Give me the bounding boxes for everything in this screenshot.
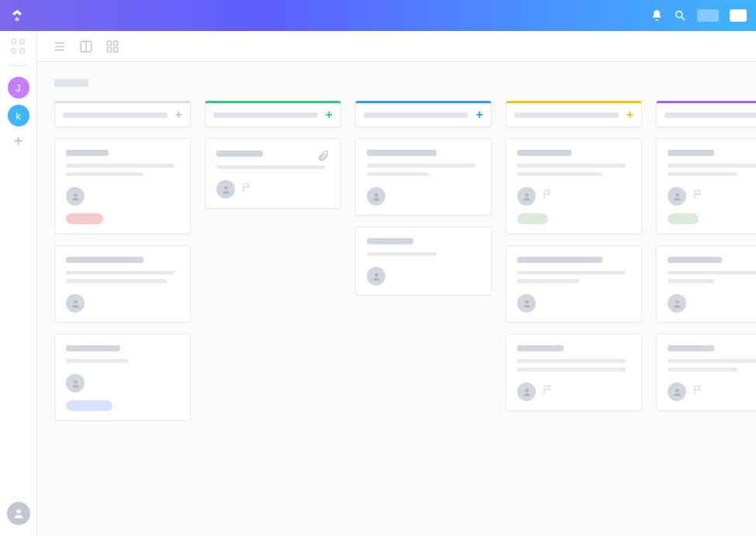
assignee-avatar[interactable] bbox=[216, 180, 235, 199]
column-header[interactable]: + bbox=[506, 101, 642, 127]
svg-rect-10 bbox=[107, 47, 111, 51]
column-header[interactable]: + bbox=[54, 101, 191, 127]
grid-view-icon[interactable] bbox=[105, 40, 119, 54]
assignee-avatar[interactable] bbox=[517, 294, 536, 313]
assignee-avatar[interactable] bbox=[66, 374, 85, 392]
priority-flag-icon[interactable] bbox=[241, 182, 252, 196]
board-column: + bbox=[205, 101, 341, 421]
add-card-icon[interactable]: + bbox=[476, 108, 483, 122]
svg-line-1 bbox=[682, 17, 685, 20]
card[interactable] bbox=[355, 138, 492, 216]
assignee-avatar[interactable] bbox=[517, 382, 536, 401]
card-title bbox=[517, 257, 602, 263]
card[interactable] bbox=[656, 334, 756, 411]
card-text-line bbox=[367, 252, 437, 256]
assignee-avatar[interactable] bbox=[668, 187, 686, 206]
svg-point-20 bbox=[525, 389, 528, 392]
card-tag[interactable] bbox=[66, 400, 112, 411]
add-card-icon[interactable]: + bbox=[627, 108, 633, 122]
attachment-icon bbox=[317, 150, 330, 165]
card-text-line bbox=[668, 368, 737, 372]
card-title bbox=[668, 345, 714, 351]
search-icon[interactable] bbox=[674, 9, 686, 22]
user-profile-button[interactable] bbox=[7, 502, 30, 525]
assignee-avatar[interactable] bbox=[66, 187, 85, 206]
notifications-icon[interactable] bbox=[651, 9, 663, 22]
card-text-line bbox=[66, 172, 143, 176]
board-column: + bbox=[54, 101, 191, 421]
card[interactable] bbox=[656, 138, 756, 234]
assignee-avatar[interactable] bbox=[517, 187, 536, 206]
card-tag[interactable] bbox=[517, 213, 548, 224]
card-text-line bbox=[668, 172, 737, 176]
breadcrumb bbox=[54, 79, 88, 87]
assignee-avatar[interactable] bbox=[668, 294, 686, 313]
divider bbox=[9, 65, 28, 66]
card[interactable] bbox=[506, 334, 642, 411]
card-text-line bbox=[517, 172, 602, 176]
topbar-action-button[interactable] bbox=[730, 9, 747, 22]
svg-point-23 bbox=[675, 389, 678, 392]
card[interactable] bbox=[54, 138, 191, 234]
svg-rect-9 bbox=[114, 41, 118, 45]
card-title bbox=[66, 150, 109, 156]
card[interactable] bbox=[54, 334, 191, 421]
card-text-line bbox=[66, 271, 174, 275]
card-meta bbox=[367, 187, 480, 206]
card-title bbox=[216, 150, 263, 157]
priority-flag-icon[interactable] bbox=[692, 189, 703, 203]
card[interactable] bbox=[355, 227, 492, 296]
card-meta bbox=[517, 294, 630, 313]
topbar bbox=[0, 0, 756, 31]
svg-point-16 bbox=[375, 193, 378, 196]
list-view-icon[interactable] bbox=[53, 40, 67, 54]
avatar-initial: k bbox=[16, 110, 21, 122]
card[interactable] bbox=[656, 245, 756, 323]
card-text-line bbox=[517, 271, 626, 275]
card-text-line bbox=[367, 172, 429, 176]
card[interactable] bbox=[506, 245, 642, 323]
card-meta bbox=[66, 374, 179, 392]
column-header[interactable]: + bbox=[656, 101, 756, 127]
card-text-line bbox=[66, 279, 167, 283]
add-card-icon[interactable]: + bbox=[326, 108, 333, 122]
view-toolbar bbox=[37, 31, 756, 62]
workspace-avatar-2[interactable]: k bbox=[8, 105, 29, 126]
card-tag[interactable] bbox=[668, 213, 699, 224]
card[interactable] bbox=[205, 138, 341, 209]
column-header[interactable]: + bbox=[355, 101, 492, 127]
card-title bbox=[668, 257, 722, 263]
card[interactable] bbox=[54, 245, 191, 323]
card-meta bbox=[66, 294, 179, 313]
board-view-icon[interactable] bbox=[79, 40, 93, 54]
card-title bbox=[668, 150, 714, 156]
card-title bbox=[517, 345, 564, 351]
apps-switcher-icon[interactable] bbox=[11, 39, 26, 54]
card-text-line bbox=[66, 359, 128, 363]
assignee-avatar[interactable] bbox=[66, 294, 85, 313]
card-text-line bbox=[668, 359, 756, 363]
app-logo[interactable] bbox=[9, 8, 25, 23]
add-card-icon[interactable]: + bbox=[175, 108, 182, 122]
assignee-avatar[interactable] bbox=[367, 267, 385, 285]
card-meta bbox=[517, 382, 630, 401]
card[interactable] bbox=[506, 138, 642, 234]
card-title bbox=[517, 150, 571, 156]
priority-flag-icon[interactable] bbox=[542, 189, 553, 203]
priority-flag-icon[interactable] bbox=[542, 385, 553, 399]
workspace-avatar-1[interactable]: J bbox=[8, 77, 29, 99]
card-title bbox=[367, 150, 437, 156]
assignee-avatar[interactable] bbox=[668, 382, 686, 401]
card-tag[interactable] bbox=[66, 213, 103, 224]
svg-point-14 bbox=[74, 380, 77, 383]
svg-point-17 bbox=[375, 273, 378, 276]
topbar-status[interactable] bbox=[697, 9, 719, 22]
priority-flag-icon[interactable] bbox=[692, 385, 703, 399]
column-title bbox=[665, 112, 756, 118]
assignee-avatar[interactable] bbox=[367, 187, 385, 206]
add-workspace-button[interactable]: + bbox=[14, 133, 23, 150]
svg-point-12 bbox=[74, 193, 77, 196]
column-header[interactable]: + bbox=[205, 101, 341, 127]
card-meta bbox=[66, 187, 179, 206]
card-meta bbox=[216, 180, 330, 199]
